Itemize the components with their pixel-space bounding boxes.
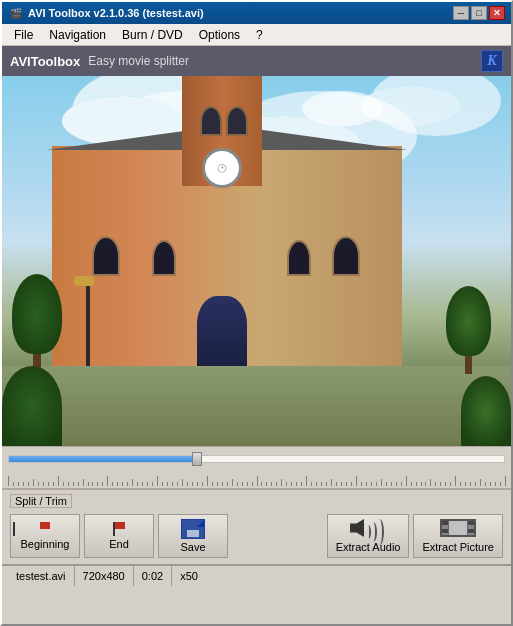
extract-audio-button[interactable]: Extract Audio — [327, 514, 410, 558]
status-bar: testest.avi 720x480 0:02 x50 — [2, 564, 511, 586]
end-button[interactable]: End — [84, 514, 154, 558]
tick-60 — [306, 476, 307, 486]
tick-78 — [396, 482, 397, 486]
tick-97 — [490, 482, 491, 486]
minimize-button[interactable]: ─ — [453, 6, 469, 20]
tick-34 — [177, 482, 178, 486]
foreground-bush-2 — [461, 376, 511, 446]
status-time: 0:02 — [134, 566, 172, 586]
tower-window-2 — [226, 106, 248, 136]
tick-91 — [460, 482, 461, 486]
tree-trunk-right — [465, 356, 472, 374]
app-icon: 🎬 — [8, 5, 24, 21]
tick-18 — [97, 482, 98, 486]
close-button[interactable]: ✕ — [489, 6, 505, 20]
title-bar: 🎬 AVI Toolbox v2.1.0.36 (testest.avi) ─ … — [2, 2, 511, 24]
tick-62 — [316, 482, 317, 486]
tick-86 — [435, 482, 436, 486]
tick-29 — [152, 482, 153, 486]
tick-90 — [455, 476, 456, 486]
film-frame — [448, 519, 468, 537]
tree-top-left — [12, 274, 62, 354]
tick-77 — [391, 482, 392, 486]
speaker-body-shape — [350, 519, 364, 537]
tick-53 — [271, 482, 272, 486]
tick-61 — [311, 482, 312, 486]
tick-25 — [132, 479, 133, 486]
tick-37 — [192, 482, 193, 486]
tick-63 — [321, 482, 322, 486]
controls-area: Split / Trim Beginning End — [2, 489, 511, 564]
save-label: Save — [180, 541, 205, 553]
tick-13 — [73, 482, 74, 486]
tick-80 — [406, 476, 407, 486]
church-window-mid-right — [287, 240, 311, 276]
status-resolution: 720x480 — [75, 566, 134, 586]
seek-bar-track[interactable] — [8, 455, 505, 463]
tick-23 — [122, 482, 123, 486]
extract-picture-button[interactable]: Extract Picture — [413, 514, 503, 558]
tick-39 — [202, 482, 203, 486]
tick-57 — [291, 482, 292, 486]
tick-79 — [401, 482, 402, 486]
beginning-button[interactable]: Beginning — [10, 514, 80, 558]
header-bar: AVIToolbox Easy movie splitter K — [2, 46, 511, 76]
tick-64 — [326, 482, 327, 486]
menu-item-navigation[interactable]: Navigation — [41, 24, 114, 45]
tick-21 — [112, 482, 113, 486]
tick-43 — [222, 482, 223, 486]
tick-83 — [421, 482, 422, 486]
tick-33 — [172, 482, 173, 486]
maximize-button[interactable]: □ — [471, 6, 487, 20]
tick-31 — [162, 482, 163, 486]
tick-68 — [346, 482, 347, 486]
tick-84 — [425, 482, 426, 486]
foreground-bush — [2, 366, 62, 446]
flag-body-beginning — [40, 522, 50, 529]
tick-22 — [117, 482, 118, 486]
tick-55 — [281, 479, 282, 486]
tick-4 — [28, 482, 29, 486]
tick-17 — [92, 482, 93, 486]
video-area: 🕐 — [2, 76, 511, 446]
window-title: AVI Toolbox v2.1.0.36 (testest.avi) — [28, 7, 453, 19]
tick-92 — [465, 482, 466, 486]
timeline-track[interactable] — [8, 472, 505, 486]
tick-96 — [485, 482, 486, 486]
flag-pole-beginning — [13, 522, 15, 536]
header-logo: K — [481, 50, 503, 72]
save-icon-label — [187, 530, 199, 537]
tick-14 — [78, 482, 79, 486]
tick-85 — [430, 479, 431, 486]
tick-38 — [197, 482, 198, 486]
tick-16 — [88, 482, 89, 486]
seek-bar-thumb[interactable] — [192, 452, 202, 466]
tower-window-1 — [200, 106, 222, 136]
menu-item-file[interactable]: File — [6, 24, 41, 45]
menu-item-burn-dvd[interactable]: Burn / DVD — [114, 24, 191, 45]
tick-71 — [361, 482, 362, 486]
tick-6 — [38, 482, 39, 486]
tick-76 — [386, 482, 387, 486]
tick-20 — [107, 476, 108, 486]
save-icon — [181, 519, 205, 539]
timeline-container — [2, 470, 511, 488]
controls-buttons: Beginning End S — [10, 514, 503, 558]
save-button[interactable]: Save — [158, 514, 228, 558]
tick-82 — [416, 482, 417, 486]
main-window: 🎬 AVI Toolbox v2.1.0.36 (testest.avi) ─ … — [0, 0, 513, 626]
tick-1 — [13, 482, 14, 486]
tick-8 — [48, 482, 49, 486]
menu-item-options[interactable]: Options — [191, 24, 248, 45]
app-subtitle: Easy movie splitter — [88, 54, 189, 68]
tick-100 — [505, 476, 506, 486]
tick-49 — [252, 482, 253, 486]
tick-89 — [450, 482, 451, 486]
tick-7 — [43, 482, 44, 486]
tick-32 — [167, 482, 168, 486]
extract-audio-label: Extract Audio — [336, 541, 401, 553]
menu-item-help[interactable]: ? — [248, 24, 271, 45]
tick-19 — [102, 482, 103, 486]
tick-74 — [376, 482, 377, 486]
tick-44 — [227, 482, 228, 486]
